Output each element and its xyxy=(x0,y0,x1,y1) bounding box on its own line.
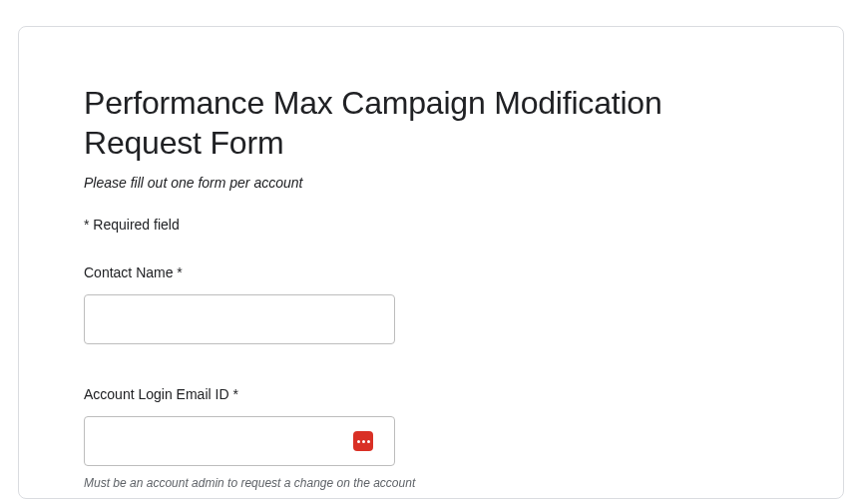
contact-name-input[interactable] xyxy=(84,294,395,344)
form-card: Performance Max Campaign Modification Re… xyxy=(18,26,844,499)
password-manager-icon[interactable] xyxy=(353,431,373,451)
account-email-field: Account Login Email ID * Must be an acco… xyxy=(84,386,778,490)
contact-name-label: Contact Name * xyxy=(84,264,778,280)
contact-name-field: Contact Name * xyxy=(84,264,778,344)
account-email-label: Account Login Email ID * xyxy=(84,386,778,402)
form-title: Performance Max Campaign Modification Re… xyxy=(84,83,778,163)
required-field-note: * Required field xyxy=(84,217,778,233)
account-email-input[interactable] xyxy=(84,416,395,466)
form-subtitle: Please fill out one form per account xyxy=(84,175,778,191)
account-email-input-wrap xyxy=(84,416,395,466)
contact-name-input-wrap xyxy=(84,294,395,344)
account-email-helper: Must be an account admin to request a ch… xyxy=(84,476,778,490)
